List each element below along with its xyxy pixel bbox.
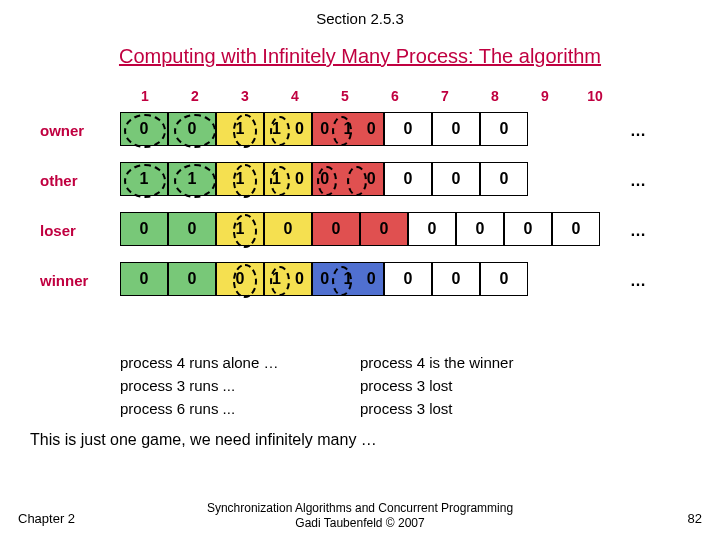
cell-value: 0 [169,270,215,288]
ellipsis: … [630,122,646,140]
page-number: 82 [688,511,702,526]
cells: 00010010000 [120,262,528,296]
cell-value: 0 [313,120,336,138]
cell-value: 1 [121,170,167,188]
cell-value: 0 [169,220,215,238]
cell-value: 1 [265,170,288,188]
row-label: loser [40,222,110,239]
footer-line1: Synchronization Algorithms and Concurren… [207,501,513,515]
row-label: winner [40,272,110,289]
cell-value: 0 [288,120,311,138]
column-header: 10 [570,88,620,104]
register-cell: 010 [312,262,384,296]
register-cell: 0 [552,212,600,246]
register-cell: 0 [120,212,168,246]
cell-value: 0 [481,270,527,288]
register-cell: 0 [408,212,456,246]
cell-value: 0 [505,220,551,238]
register-cell: 0 [480,112,528,146]
cell-value: 1 [265,120,288,138]
cell-value: 0 [385,270,431,288]
cell-value: 0 [433,270,479,288]
register-cell: 0 [168,212,216,246]
row-loser: loser 0010000000 … [40,212,680,252]
column-header: 2 [170,88,220,104]
trace-list: process 4 runs alone …process 4 is the w… [120,354,720,417]
ellipsis: … [630,222,646,240]
row-label: owner [40,122,110,139]
cell-value: 0 [481,120,527,138]
trace-step: process 4 runs alone … [120,354,360,371]
cell-value: 0 [288,270,311,288]
column-header: 9 [520,88,570,104]
trace-result: process 3 lost [360,400,720,417]
cell-value: 0 [121,270,167,288]
register-cell: 1 [120,162,168,196]
register-cell: 0 [432,162,480,196]
cell-value: 1 [217,120,263,138]
cell-value: 0 [360,120,383,138]
register-cell: 1 [216,162,264,196]
register-cell: 0 [216,262,264,296]
register-cell: 0 [384,112,432,146]
cell-value: 0 [360,170,383,188]
cell-value: 0 [121,220,167,238]
column-header: 3 [220,88,270,104]
column-header: 4 [270,88,320,104]
slide-title: Computing with Infinitely Many Process: … [0,45,720,68]
cell-value: 0 [385,170,431,188]
row-other: other 111100 0000 … [40,162,680,202]
register-cell: 10 [264,262,312,296]
register-cell: 0 0 [312,162,384,196]
register-cell: 0 [168,262,216,296]
cell-value: 0 [217,270,263,288]
register-cell: 0 [312,212,360,246]
register-cell: 0 [360,212,408,246]
cell-value: 1 [169,170,215,188]
register-cell: 0 [456,212,504,246]
column-header: 5 [320,88,370,104]
register-cell: 0 [504,212,552,246]
trace-step: process 6 runs ... [120,400,360,417]
cell-value: 1 [265,270,288,288]
row-label: other [40,172,110,189]
column-header: 7 [420,88,470,104]
row-winner: winner 00010010000 … [40,262,680,302]
cell-value: 1 [336,120,359,138]
cell-value: 0 [169,120,215,138]
cells: 0010000000 [120,212,600,246]
column-header: 8 [470,88,520,104]
register-cell: 0 [432,262,480,296]
trace-result: process 4 is the winner [360,354,720,371]
register-grid: 12345678910 owner 00110010000 … other 11… [40,88,680,348]
register-cell: 1 [216,212,264,246]
cell-value: 1 [217,220,263,238]
cell-value: 0 [288,170,311,188]
cell-value: 0 [313,170,336,188]
register-cell: 10 [264,162,312,196]
register-cell: 0 [384,262,432,296]
footer-attribution: Synchronization Algorithms and Concurren… [0,501,720,530]
cell-value: 0 [265,220,311,238]
register-cell: 0 [384,162,432,196]
register-cell: 0 [168,112,216,146]
row-owner: owner 00110010000 … [40,112,680,152]
trace-result: process 3 lost [360,377,720,394]
cell-value: 0 [313,270,336,288]
register-cell: 10 [264,112,312,146]
cell-value: 0 [313,220,359,238]
cell-value: 0 [481,170,527,188]
cell-value: 0 [553,220,599,238]
column-headers: 12345678910 [120,88,620,104]
cell-value: 0 [433,120,479,138]
cell-value: 0 [385,120,431,138]
register-cell: 1 [216,112,264,146]
cell-value: 0 [360,270,383,288]
cells: 00110010000 [120,112,528,146]
ellipsis: … [630,272,646,290]
register-cell: 1 [168,162,216,196]
cell-value: 0 [361,220,407,238]
register-cell: 0 [432,112,480,146]
register-cell: 0 [480,162,528,196]
cell-value: 0 [457,220,503,238]
